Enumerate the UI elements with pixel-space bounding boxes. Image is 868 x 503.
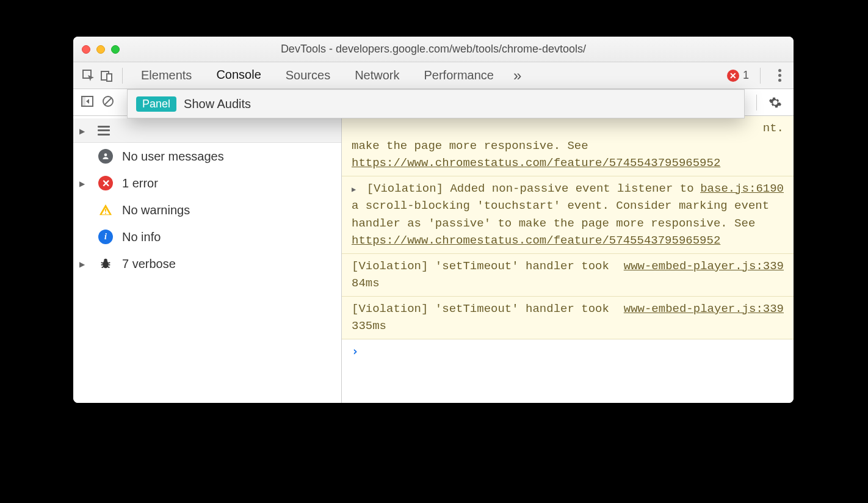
log-text: [Violation] 'setTimeout' handler took 33… — [352, 302, 609, 333]
log-source-link[interactable]: base.js:6190 — [700, 180, 784, 198]
prompt-glyph: › — [352, 344, 358, 358]
sidebar-item-label: No info — [122, 230, 161, 244]
console-log-entry[interactable]: www-embed-player.js:339 [Violation] 'set… — [342, 297, 794, 339]
minimize-window-button[interactable] — [96, 45, 105, 54]
sidebar-item-user-messages[interactable]: No user messages — [73, 143, 341, 170]
command-category-pill: Panel — [136, 96, 176, 112]
sidebar-header-row[interactable] — [73, 118, 341, 143]
chevron-right-icon[interactable] — [352, 182, 356, 195]
svg-rect-2 — [107, 74, 112, 81]
log-text: [Violation] 'setTimeout' handler took 84… — [352, 259, 609, 291]
user-icon — [98, 149, 113, 164]
console-toolbar-left — [73, 95, 122, 110]
warning-icon — [98, 202, 114, 218]
tab-console[interactable]: Console — [204, 62, 273, 89]
log-partial-tail: nt. — [352, 120, 784, 137]
svg-rect-4 — [82, 96, 85, 106]
console-log-list[interactable]: nt. make the page more responsive. See h… — [342, 116, 794, 403]
sidebar-item-label: No user messages — [122, 150, 224, 164]
error-icon: ✕ — [727, 70, 739, 82]
svg-line-6 — [104, 98, 112, 105]
tab-label: Elements — [141, 68, 192, 82]
tab-elements[interactable]: Elements — [129, 62, 204, 89]
sidebar-item-warnings[interactable]: No warnings — [73, 197, 341, 223]
svg-line-16 — [102, 267, 104, 268]
console-log-entry[interactable]: www-embed-player.js:339 [Violation] 'set… — [342, 254, 794, 297]
error-icon: ✕ — [98, 176, 113, 190]
error-count: 1 — [743, 69, 749, 82]
all-messages-icon — [98, 126, 110, 136]
window-title: DevTools - developers.google.com/web/too… — [73, 43, 794, 56]
console-log-entry[interactable]: nt. make the page more responsive. See h… — [342, 116, 794, 176]
sidebar-item-info[interactable]: i No info — [73, 223, 341, 250]
tabbar-right: ✕ 1 — [727, 68, 787, 84]
svg-point-11 — [104, 259, 107, 262]
sidebar-item-label: 7 verbose — [122, 257, 176, 271]
tab-label: Sources — [286, 68, 330, 82]
tab-label: Network — [355, 68, 399, 82]
chevron-right-icon — [79, 178, 89, 189]
zoom-window-button[interactable] — [111, 45, 120, 54]
command-menu-item[interactable]: Panel Show Audits — [128, 90, 744, 118]
svg-line-13 — [108, 262, 110, 263]
sidebar-item-verbose[interactable]: 7 verbose — [73, 250, 341, 277]
svg-line-12 — [101, 262, 104, 263]
devtools-tabbar: Elements Console Sources Network Perform… — [73, 62, 794, 89]
tab-label: Console — [216, 68, 261, 82]
error-count-badge[interactable]: ✕ 1 — [727, 69, 749, 82]
tab-label: Performance — [424, 68, 494, 82]
info-icon: i — [98, 230, 113, 244]
console-settings-icon[interactable] — [757, 96, 794, 109]
console-log-entry[interactable]: base.js:6190 [Violation] Added non-passi… — [342, 176, 794, 254]
titlebar: DevTools - developers.google.com/web/too… — [73, 37, 794, 62]
console-prompt[interactable]: › — [342, 339, 794, 363]
sidebar-item-label: 1 error — [122, 176, 158, 190]
log-source-link[interactable]: www-embed-player.js:339 — [624, 300, 784, 318]
tab-sources[interactable]: Sources — [273, 62, 342, 89]
content-area: No user messages ✕ 1 error No warnings i… — [73, 116, 794, 403]
chevron-right-icon — [79, 125, 89, 136]
tab-network[interactable]: Network — [342, 62, 411, 89]
bug-icon — [98, 256, 114, 272]
log-text: make the page more responsive. See — [352, 139, 588, 153]
toggle-sidebar-icon[interactable] — [81, 96, 93, 109]
command-label: Show Audits — [184, 97, 251, 111]
console-sidebar: No user messages ✕ 1 error No warnings i… — [73, 116, 342, 403]
log-source-link[interactable]: www-embed-player.js:339 — [624, 258, 784, 275]
tabbar-divider — [122, 68, 123, 84]
svg-line-17 — [107, 267, 110, 268]
svg-point-7 — [104, 153, 107, 156]
svg-rect-8 — [105, 209, 106, 212]
svg-rect-9 — [105, 213, 106, 214]
more-options-button[interactable] — [772, 69, 787, 82]
overflow-glyph: » — [513, 67, 521, 84]
tabbar-divider — [760, 68, 761, 84]
traffic-lights — [73, 45, 120, 54]
log-link[interactable]: https://www.chromestatus.com/feature/574… — [352, 156, 720, 170]
sidebar-item-errors[interactable]: ✕ 1 error — [73, 170, 341, 197]
chevron-right-icon — [79, 258, 89, 269]
inspect-element-icon[interactable] — [79, 70, 98, 82]
device-toolbar-icon[interactable] — [98, 70, 116, 82]
devtools-window: DevTools - developers.google.com/web/too… — [73, 37, 794, 403]
close-window-button[interactable] — [82, 45, 90, 54]
log-link[interactable]: https://www.chromestatus.com/feature/574… — [352, 234, 720, 247]
clear-console-icon[interactable] — [102, 95, 114, 110]
command-menu-dropdown: Panel Show Audits — [127, 89, 745, 118]
sidebar-item-label: No warnings — [122, 203, 190, 217]
tab-performance[interactable]: Performance — [412, 62, 507, 89]
tabs-overflow-button[interactable]: » — [506, 67, 529, 84]
